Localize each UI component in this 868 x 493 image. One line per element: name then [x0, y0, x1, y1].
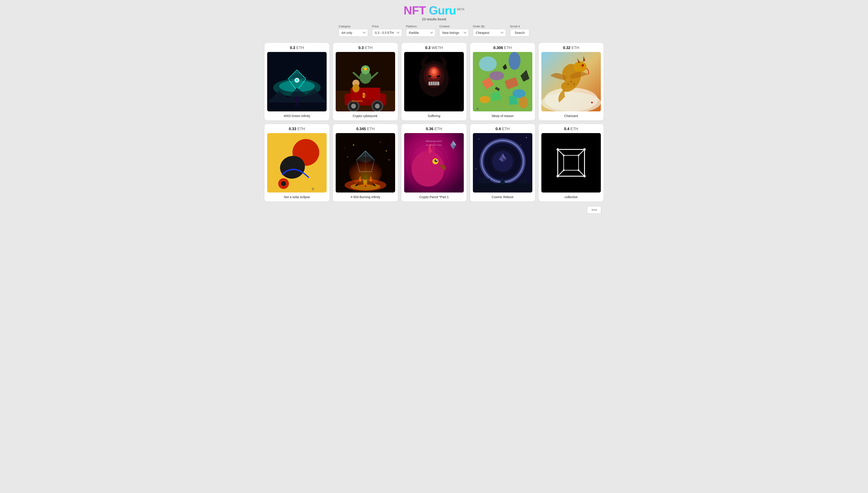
svg-text:you make me happy: you make me happy: [426, 144, 442, 146]
svg-point-67: [581, 64, 584, 67]
card-price-6: 0.33 ETH: [267, 127, 326, 131]
orderby-filter-group: Order By Cheapest Most expensive Recentl…: [473, 25, 506, 37]
svg-point-144: [583, 148, 586, 151]
card-title-10: collective: [565, 195, 578, 199]
card-title-7: # 004 Burning infinity: [351, 195, 380, 199]
svg-point-104: [436, 159, 437, 160]
nft-card-6[interactable]: 0.33 ETH tt.: [264, 124, 329, 201]
svg-point-40: [432, 69, 436, 74]
svg-rect-43: [428, 82, 439, 85]
card-title-8: Crypto Parrot *Part.1: [419, 195, 449, 199]
card-title-6: Not a solar eclipse: [284, 195, 310, 199]
next-page-button[interactable]: >>>: [587, 206, 601, 214]
card-title-2: Crypto cyberpunk.: [353, 114, 378, 118]
card-price-9: 0.4 ETH: [473, 127, 532, 131]
nft-card-1[interactable]: 0.3 ETH: [264, 43, 329, 121]
category-select[interactable]: Art only All Music Video Domain: [339, 29, 368, 37]
svg-point-59: [519, 97, 528, 108]
svg-point-95: [349, 157, 382, 187]
filters-bar: Category Art only All Music Video Domain…: [264, 25, 604, 37]
nft-card-4[interactable]: 0.306 ETH: [470, 43, 535, 121]
svg-point-82: [353, 144, 354, 146]
svg-point-103: [435, 159, 438, 162]
logo: NFT GuruBETA: [264, 4, 604, 16]
svg-text:tt.: tt.: [312, 187, 315, 191]
header: NFT GuruBETA 23 results found: [264, 4, 604, 21]
page-wrapper: NFT GuruBETA 23 results found Category A…: [264, 4, 604, 214]
context-label: Context: [440, 25, 469, 28]
logo-nft: NFT: [404, 4, 426, 17]
card-price-1: 0.3 ETH: [267, 46, 326, 50]
nft-grid: 0.3 ETH: [264, 43, 604, 201]
svg-point-86: [344, 148, 345, 148]
price-select[interactable]: 0.3 - 0.5 ETH 0.1 - 0.3 ETH 0.5 - 1 ETH …: [372, 29, 402, 37]
nft-card-2[interactable]: 0.3 ETH ₿: [333, 43, 398, 121]
context-select[interactable]: New listings Buy now Auction Has offers: [440, 29, 469, 37]
svg-point-113: [520, 145, 521, 146]
card-price-8: 0.36 ETH: [404, 127, 464, 131]
svg-point-84: [386, 150, 387, 152]
svg-point-72: [573, 83, 575, 85]
card-price-2: 0.3 ETH: [336, 46, 395, 50]
svg-point-143: [556, 148, 559, 151]
scrub-label: Scrub it: [510, 25, 529, 28]
pagination: >>>: [264, 206, 604, 214]
card-image-9: [473, 133, 532, 193]
nft-card-5[interactable]: 0.32 ETH: [539, 43, 604, 121]
svg-rect-127: [473, 183, 532, 193]
card-image-4: 作: [473, 52, 532, 111]
svg-text:DLOODL: DLOODL: [352, 100, 363, 103]
scrub-filter-group: Scrub it Search: [510, 25, 529, 37]
category-filter-group: Category Art only All Music Video Domain: [339, 25, 368, 37]
search-button[interactable]: Search: [510, 29, 529, 37]
svg-marker-58: [509, 95, 517, 105]
svg-point-42: [437, 76, 440, 77]
svg-point-150: [577, 169, 579, 171]
svg-text:作: 作: [476, 107, 479, 111]
svg-point-116: [475, 169, 476, 169]
nft-card-10[interactable]: 0.4 ETH: [539, 124, 604, 201]
platform-select[interactable]: Rarible OpenSea Foundation SuperRare: [406, 29, 436, 37]
card-price-3: 0.3 WETH: [404, 46, 464, 50]
logo-guru: Guru: [429, 4, 456, 17]
svg-point-83: [380, 142, 381, 143]
svg-point-74: [591, 102, 593, 104]
svg-text:₿: ₿: [363, 92, 365, 98]
platform-label: Platform: [406, 25, 436, 28]
orderby-label: Order By: [473, 25, 506, 28]
platform-filter-group: Platform Rarible OpenSea Foundation Supe…: [406, 25, 436, 37]
nft-card-8[interactable]: 0.36 ETH: [401, 124, 466, 201]
svg-point-148: [577, 154, 579, 156]
svg-point-135: [503, 178, 504, 182]
svg-point-50: [509, 52, 521, 70]
card-image-2: ₿ DLOODL: [336, 52, 395, 111]
card-image-3: [404, 52, 464, 111]
card-price-4: 0.306 ETH: [473, 46, 532, 50]
svg-point-134: [501, 178, 503, 183]
nft-card-3[interactable]: 0.3 WETH: [401, 43, 466, 121]
card-image-8: Will you be mine? you make me happy: [404, 133, 464, 193]
card-title-5: Charizard: [564, 114, 578, 118]
nft-card-7[interactable]: 0.345 ETH: [333, 124, 398, 201]
svg-point-87: [388, 159, 390, 160]
card-image-6: tt.: [267, 133, 326, 193]
svg-point-22: [375, 104, 380, 108]
orderby-select[interactable]: Cheapest Most expensive Recently listed …: [473, 29, 506, 37]
nft-card-9[interactable]: 0.4 ETH: [470, 124, 535, 201]
svg-point-112: [526, 137, 527, 138]
svg-point-111: [479, 139, 479, 140]
svg-point-85: [347, 156, 348, 157]
svg-point-49: [479, 57, 496, 71]
svg-point-71: [570, 81, 572, 83]
svg-point-149: [563, 169, 565, 171]
svg-point-52: [489, 71, 504, 80]
logo-beta: BETA: [457, 7, 464, 11]
svg-rect-136: [542, 133, 601, 193]
context-filter-group: Context New listings Buy now Auction Has…: [440, 25, 469, 37]
svg-point-57: [480, 96, 490, 103]
svg-text:Will you be mine?: Will you be mine?: [426, 140, 442, 143]
card-title-1: #003 Green infinity: [284, 114, 310, 118]
svg-point-68: [582, 64, 584, 66]
svg-point-146: [583, 175, 586, 177]
price-label: Price: [372, 25, 402, 28]
